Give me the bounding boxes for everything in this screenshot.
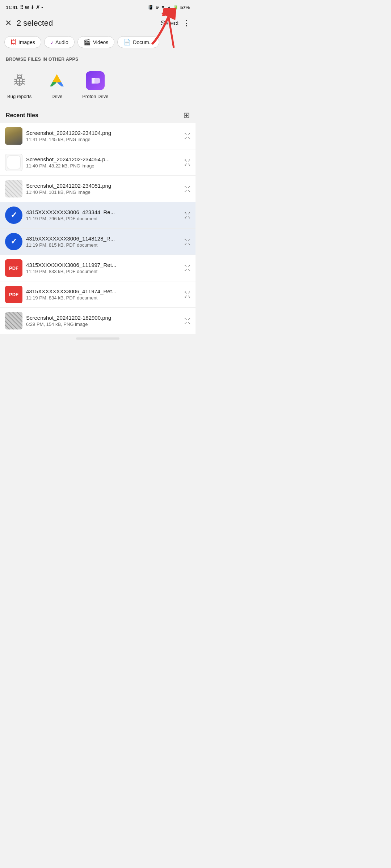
browse-section: BROWSE FILES IN OTHER APPS bbox=[0, 51, 196, 108]
selected-count: 2 selected bbox=[17, 18, 53, 28]
tab-audio[interactable]: ♪ Audio bbox=[44, 36, 75, 48]
file-meta: 11:19 PM, 833 kB, PDF document bbox=[26, 269, 181, 274]
tab-videos-label: Videos bbox=[93, 39, 109, 45]
tab-audio-label: Audio bbox=[55, 39, 68, 45]
close-button[interactable]: ✕ bbox=[5, 18, 12, 28]
bug-reports-label: Bug reports bbox=[7, 94, 31, 99]
notification-icons: ⠿ ✉ ⬇ ✗ • bbox=[20, 5, 43, 10]
file-info: Screenshot_20241202-234054.p... 11:40 PM… bbox=[22, 156, 184, 169]
file-info: 4315XXXXXXXX3006_423344_Re... 11:19 PM, … bbox=[22, 209, 184, 221]
file-item-selected[interactable]: 4315XXXXXXXX3006_423344_Re... 11:19 PM, … bbox=[0, 202, 196, 229]
time-display: 11:41 bbox=[6, 5, 18, 10]
svg-line-5 bbox=[21, 75, 22, 76]
recent-files-header: Recent files ⊞ bbox=[0, 108, 196, 123]
expand-button[interactable]: ↖↗ ↙↘ bbox=[184, 212, 190, 219]
file-item[interactable]: PDF 4315XXXXXXXX3006_111997_Ret... 11:19… bbox=[0, 255, 196, 281]
expand-button[interactable]: ↖↗ ↙↘ bbox=[184, 317, 190, 325]
tab-documents[interactable]: 📄 Docum... bbox=[117, 36, 159, 48]
file-list: Screenshot_20241202-234104.png 11:41 PM,… bbox=[0, 123, 196, 334]
filter-tabs: 🖼 Images ♪ Audio 🎬 Videos 📄 Docum... bbox=[0, 33, 196, 51]
download-icon: ⬇ bbox=[30, 5, 34, 10]
signal-icon: ▲ bbox=[167, 5, 171, 10]
twitter-icon: ✗ bbox=[36, 5, 40, 10]
file-meta: 11:40 PM, 48.22 kB, PNG image bbox=[26, 163, 181, 169]
file-item[interactable]: Screenshot_20241202-234054.p... 11:40 PM… bbox=[0, 149, 196, 176]
svg-line-8 bbox=[14, 83, 16, 84]
file-name: Screenshot_20241202-182900.png bbox=[26, 315, 181, 321]
file-item-selected[interactable]: 4315XXXXXXXX3006_1148128_R... 11:19 PM, … bbox=[0, 229, 196, 255]
dnd-icon: ⊖ bbox=[155, 5, 159, 10]
file-item[interactable]: Screenshot_20241202-182900.png 6:29 PM, … bbox=[0, 308, 196, 334]
file-name: 4315XXXXXXXX3006_411974_Ret... bbox=[26, 288, 181, 294]
pdf-icon: PDF bbox=[5, 286, 22, 303]
file-item[interactable]: PDF 4315XXXXXXXX3006_411974_Ret... 11:19… bbox=[0, 281, 196, 308]
browse-apps: Bug reports Drive bbox=[0, 65, 196, 108]
tab-images[interactable]: 🖼 Images bbox=[4, 36, 41, 48]
bug-reports-icon-wrap bbox=[9, 71, 30, 91]
file-meta: 11:19 PM, 834 kB, PDF document bbox=[26, 295, 181, 301]
svg-line-9 bbox=[23, 79, 25, 80]
tab-documents-label: Docum... bbox=[133, 39, 153, 45]
drive-label: Drive bbox=[51, 94, 62, 99]
video-icon: 🎬 bbox=[84, 39, 91, 46]
file-info: 4315XXXXXXXX3006_411974_Ret... 11:19 PM,… bbox=[22, 288, 184, 301]
status-time: 11:41 ⠿ ✉ ⬇ ✗ • bbox=[6, 5, 43, 10]
expand-button[interactable]: ↖↗ ↙↘ bbox=[184, 132, 190, 140]
file-thumbnail bbox=[5, 180, 22, 197]
file-meta: 11:41 PM, 145 kB, PNG image bbox=[26, 137, 181, 142]
file-thumbnail bbox=[5, 154, 22, 171]
wifi-icon: ▼ bbox=[161, 5, 165, 10]
file-thumbnail bbox=[5, 127, 22, 145]
drive-icon-wrap bbox=[47, 71, 67, 91]
file-name: Screenshot_20241202-234104.png bbox=[26, 130, 181, 136]
expand-button[interactable]: ↖↗ ↙↘ bbox=[184, 291, 190, 298]
select-button[interactable]: Select bbox=[161, 20, 179, 27]
more-options-button[interactable]: ⋮ bbox=[182, 18, 190, 28]
expand-button[interactable]: ↖↗ ↙↘ bbox=[184, 185, 190, 193]
recent-files-label: Recent files bbox=[6, 112, 38, 119]
proton-drive-icon bbox=[86, 71, 105, 90]
dot-icon: • bbox=[41, 5, 43, 10]
selected-check-icon bbox=[5, 207, 22, 224]
proton-drive-label: Proton Drive bbox=[82, 94, 108, 99]
file-item[interactable]: Screenshot_20241202-234104.png 11:41 PM,… bbox=[0, 123, 196, 149]
status-right: 📳 ⊖ ▼ ▲ 🔋 57% bbox=[148, 5, 190, 10]
file-info: 4315XXXXXXXX3006_111997_Ret... 11:19 PM,… bbox=[22, 262, 184, 274]
document-icon: 📄 bbox=[123, 39, 131, 46]
file-info: Screenshot_20241202-182900.png 6:29 PM, … bbox=[22, 315, 184, 327]
file-meta: 6:29 PM, 154 kB, PNG image bbox=[26, 322, 181, 327]
file-info: Screenshot_20241202-234051.png 11:40 PM,… bbox=[22, 183, 184, 195]
tab-videos[interactable]: 🎬 Videos bbox=[77, 36, 115, 48]
expand-button[interactable]: ↖↗ ↙↘ bbox=[184, 238, 190, 246]
file-meta: 11:19 PM, 796 kB, PDF document bbox=[26, 216, 181, 221]
expand-button[interactable]: ↖↗ ↙↘ bbox=[184, 159, 190, 166]
file-thumbnail bbox=[5, 312, 22, 329]
file-name: Screenshot_20241202-234051.png bbox=[26, 183, 181, 189]
file-item[interactable]: Screenshot_20241202-234051.png 11:40 PM,… bbox=[0, 176, 196, 202]
selected-check-icon bbox=[5, 233, 22, 250]
svg-line-11 bbox=[23, 83, 25, 84]
mail-icon: ✉ bbox=[25, 5, 29, 10]
audio-icon: ♪ bbox=[50, 39, 53, 46]
scroll-hint bbox=[76, 337, 119, 340]
file-info: Screenshot_20241202-234104.png 11:41 PM,… bbox=[22, 130, 184, 142]
file-name: Screenshot_20241202-234054.p... bbox=[26, 156, 181, 162]
grid-view-button[interactable]: ⊞ bbox=[183, 111, 190, 120]
images-icon: 🖼 bbox=[10, 39, 16, 46]
file-meta: 11:40 PM, 101 kB, PNG image bbox=[26, 190, 181, 195]
proton-drive-icon-wrap bbox=[85, 71, 105, 91]
vibrate-icon: 📳 bbox=[148, 5, 154, 10]
bug-icon bbox=[12, 73, 28, 89]
file-name: 4315XXXXXXXX3006_423344_Re... bbox=[26, 209, 181, 215]
dots-icon: ⠿ bbox=[20, 5, 24, 10]
svg-line-4 bbox=[17, 75, 18, 76]
browse-app-drive[interactable]: Drive bbox=[39, 68, 75, 102]
browse-header: BROWSE FILES IN OTHER APPS bbox=[0, 51, 196, 65]
svg-line-6 bbox=[14, 79, 16, 80]
expand-button[interactable]: ↖↗ ↙↘ bbox=[184, 264, 190, 272]
browse-app-bug-reports[interactable]: Bug reports bbox=[0, 68, 39, 102]
top-bar: ✕ 2 selected Select ⋮ bbox=[0, 13, 196, 33]
google-drive-icon bbox=[48, 72, 66, 89]
file-meta: 11:19 PM, 815 kB, PDF document bbox=[26, 242, 181, 248]
browse-app-proton-drive[interactable]: Proton Drive bbox=[75, 68, 115, 102]
